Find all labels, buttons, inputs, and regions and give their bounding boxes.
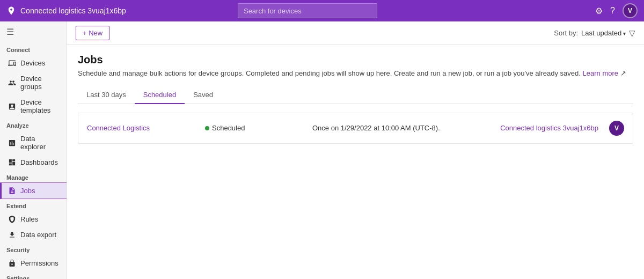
data-explorer-icon: [8, 139, 16, 147]
permissions-icon: [8, 259, 16, 267]
sidebar-item-jobs[interactable]: Jobs: [0, 183, 67, 199]
sidebar-item-device-groups[interactable]: Device groups: [0, 71, 67, 94]
dashboards-icon: [8, 158, 16, 166]
page-content: Jobs Schedule and manage bulk actions fo…: [67, 45, 644, 152]
sort-value[interactable]: Last updated: [581, 29, 626, 37]
job-row: Connected Logistics Scheduled Once on 1/…: [78, 113, 633, 144]
main-content: + New Sort by: Last updated ▽ Jobs Sched…: [67, 21, 644, 279]
jobs-icon: [8, 187, 16, 195]
sidebar-item-devices[interactable]: Devices: [0, 55, 67, 71]
main-toolbar: + New Sort by: Last updated ▽: [67, 21, 644, 45]
section-connect: Connect: [0, 42, 67, 55]
data-explorer-label: Data explorer: [20, 135, 60, 151]
topbar-right: ⚙ ? V: [595, 3, 638, 18]
search-box[interactable]: [238, 3, 377, 18]
device-groups-label: Device groups: [20, 75, 60, 91]
job-status: Scheduled: [205, 124, 312, 132]
topbar: Connected logistics 3vuaj1x6bp ⚙ ? V: [0, 0, 644, 21]
section-analyze: Analyze: [0, 118, 67, 131]
sort-by-control: Sort by: Last updated ▽: [554, 28, 635, 38]
job-status-label: Scheduled: [212, 124, 245, 132]
tab-scheduled[interactable]: Scheduled: [135, 86, 185, 104]
help-icon[interactable]: ?: [610, 6, 615, 16]
sidebar: ☰ Connect Devices Device groups Device t…: [0, 21, 67, 279]
permissions-label: Permissions: [20, 259, 58, 267]
dashboards-label: Dashboards: [20, 158, 58, 166]
settings-icon[interactable]: ⚙: [595, 6, 603, 16]
jobs-label: Jobs: [20, 187, 35, 195]
device-groups-icon: [8, 79, 16, 87]
device-templates-label: Device templates: [20, 98, 60, 114]
sidebar-item-data-explorer[interactable]: Data explorer: [0, 131, 67, 155]
learn-more-link[interactable]: Learn more: [583, 69, 618, 77]
data-export-icon: [8, 231, 16, 239]
tab-last30[interactable]: Last 30 days: [78, 86, 135, 104]
section-settings: Settings: [0, 271, 67, 279]
section-extend: Extend: [0, 199, 67, 211]
page-desc-text: Schedule and manage bulk actions for dev…: [78, 69, 583, 77]
devices-icon: [8, 59, 16, 67]
sidebar-item-device-templates[interactable]: Device templates: [0, 94, 67, 118]
sidebar-item-permissions[interactable]: Permissions: [0, 255, 67, 271]
sidebar-item-data-export[interactable]: Data export: [0, 227, 67, 243]
app-logo: Connected logistics 3vuaj1x6bp: [6, 6, 126, 16]
section-security: Security: [0, 243, 67, 255]
hamburger-button[interactable]: ☰: [0, 21, 67, 42]
tabs: Last 30 days Scheduled Saved: [78, 86, 633, 104]
new-button[interactable]: + New: [76, 26, 109, 40]
job-name[interactable]: Connected Logistics: [87, 124, 205, 132]
rules-icon: [8, 215, 16, 223]
sidebar-item-dashboards[interactable]: Dashboards: [0, 155, 67, 170]
job-app[interactable]: Connected logistics 3vuaj1x6bp: [500, 124, 598, 132]
rules-label: Rules: [20, 215, 38, 223]
status-dot: [205, 126, 209, 130]
page-title: Jobs: [78, 54, 633, 66]
section-manage: Manage: [0, 170, 67, 183]
devices-label: Devices: [20, 59, 45, 67]
app-title: Connected logistics 3vuaj1x6bp: [20, 6, 126, 15]
data-export-label: Data export: [20, 231, 56, 239]
layout: ☰ Connect Devices Device groups Device t…: [0, 21, 644, 279]
device-templates-icon: [8, 102, 16, 111]
filter-icon[interactable]: ▽: [629, 28, 635, 38]
page-description: Schedule and manage bulk actions for dev…: [78, 68, 633, 79]
tab-saved[interactable]: Saved: [185, 86, 222, 104]
location-icon: [6, 6, 16, 16]
search-input[interactable]: [238, 3, 377, 18]
sidebar-item-rules[interactable]: Rules: [0, 211, 67, 227]
avatar[interactable]: V: [623, 3, 638, 18]
job-schedule: Once on 1/29/2022 at 10:00 AM (UTC-8).: [312, 124, 500, 132]
job-avatar: V: [609, 121, 624, 136]
sort-label: Sort by:: [554, 29, 578, 37]
